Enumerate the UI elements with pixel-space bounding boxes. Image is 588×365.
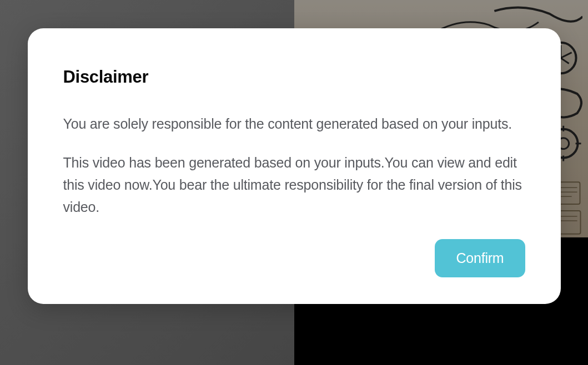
confirm-button[interactable]: Confirm bbox=[435, 239, 525, 277]
disclaimer-text-1: You are solely responsible for the conte… bbox=[63, 113, 525, 135]
disclaimer-text-2: This video has been generated based on y… bbox=[63, 151, 525, 218]
modal-body: You are solely responsible for the conte… bbox=[63, 113, 525, 218]
modal-footer: Confirm bbox=[63, 239, 525, 277]
disclaimer-modal: Disclaimer You are solely responsible fo… bbox=[28, 28, 561, 304]
modal-title: Disclaimer bbox=[63, 67, 525, 87]
modal-overlay: Disclaimer You are solely responsible fo… bbox=[0, 0, 588, 365]
